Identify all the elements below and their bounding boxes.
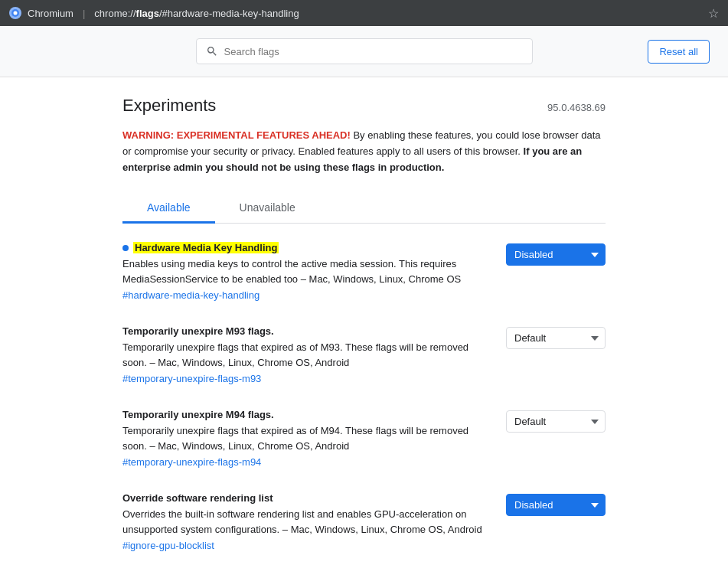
- warning-prefix: WARNING: EXPERIMENTAL FEATURES AHEAD!: [122, 129, 351, 141]
- flag-active-dot: [122, 245, 129, 251]
- flag-right-temporarily-unexpire-m94: DefaultEnabledDisabled: [506, 409, 606, 433]
- flag-right-hardware-media-key-handling: DefaultEnabledDisabled: [506, 242, 606, 266]
- reset-all-button[interactable]: Reset all: [648, 40, 710, 64]
- url-bar: chrome://flags/#hardware-media-key-handl…: [94, 8, 299, 19]
- flag-title-row-override-software-rendering-list: Override software rendering list: [122, 492, 488, 504]
- search-input[interactable]: [224, 46, 523, 57]
- main-content: Experiments 95.0.4638.69 WARNING: EXPERI…: [0, 77, 728, 565]
- tabs-container: Available Unavailable: [122, 194, 606, 224]
- flag-anchor-link[interactable]: #temporary-unexpire-flags-m94: [122, 456, 488, 468]
- search-icon: [206, 45, 218, 57]
- url-anchor: /#hardware-media-key-handling: [159, 8, 299, 19]
- flag-select-hardware-media-key-handling[interactable]: DefaultEnabledDisabled: [506, 243, 606, 266]
- flag-select-override-software-rendering-list[interactable]: DefaultEnabledDisabled: [506, 494, 606, 516]
- browser-title: Chromium: [28, 8, 73, 19]
- flag-select-temporarily-unexpire-m94[interactable]: DefaultEnabledDisabled: [506, 410, 606, 433]
- flag-description: Temporarily unexpire flags that expired …: [122, 423, 488, 453]
- flag-item-temporarily-unexpire-m93: Temporarily unexpire M93 flags.Temporari…: [122, 325, 606, 384]
- flag-title-row-hardware-media-key-handling: Hardware Media Key Handling: [122, 242, 488, 253]
- flag-left-hardware-media-key-handling: Hardware Media Key HandlingEnables using…: [122, 242, 488, 301]
- flag-title: Temporarily unexpire M94 flags.: [122, 409, 274, 420]
- flag-title-row-temporarily-unexpire-m94: Temporarily unexpire M94 flags.: [122, 409, 488, 420]
- bookmark-star-icon[interactable]: ☆: [708, 6, 719, 21]
- tab-unavailable[interactable]: Unavailable: [215, 194, 320, 224]
- flag-anchor-link[interactable]: #hardware-media-key-handling: [122, 289, 488, 301]
- url-flags: flags: [136, 8, 159, 19]
- flag-title: Hardware Media Key Handling: [133, 242, 279, 253]
- flag-anchor-link[interactable]: #ignore-gpu-blocklist: [122, 540, 488, 551]
- flag-select-temporarily-unexpire-m93[interactable]: DefaultEnabledDisabled: [506, 327, 606, 349]
- flag-right-temporarily-unexpire-m93: DefaultEnabledDisabled: [506, 325, 606, 349]
- flag-item-override-software-rendering-list: Override software rendering listOverride…: [122, 492, 606, 551]
- search-area: Reset all: [0, 26, 728, 77]
- flag-description: Enables using media keys to control the …: [122, 256, 488, 286]
- flag-description: Temporarily unexpire flags that expired …: [122, 340, 488, 370]
- url-prefix: chrome://: [94, 8, 135, 19]
- flag-right-override-software-rendering-list: DefaultEnabledDisabled: [506, 492, 606, 516]
- tab-available[interactable]: Available: [122, 194, 215, 224]
- flag-title-row-temporarily-unexpire-m93: Temporarily unexpire M93 flags.: [122, 325, 488, 337]
- flag-item-hardware-media-key-handling: Hardware Media Key HandlingEnables using…: [122, 242, 606, 301]
- search-input-wrap: [196, 38, 533, 64]
- title-separator: |: [83, 8, 85, 19]
- titlebar: Chromium | chrome://flags/#hardware-medi…: [0, 0, 728, 26]
- experiments-header: Experiments 95.0.4638.69: [122, 96, 606, 116]
- flag-description: Overrides the built-in software renderin…: [122, 507, 488, 537]
- flag-title: Temporarily unexpire M93 flags.: [122, 325, 274, 337]
- svg-point-1: [14, 11, 18, 15]
- version-number: 95.0.4638.69: [547, 102, 606, 113]
- flag-left-temporarily-unexpire-m94: Temporarily unexpire M94 flags.Temporari…: [122, 409, 488, 468]
- chromium-icon: [9, 7, 21, 19]
- page-title: Experiments: [122, 96, 216, 116]
- flag-title: Override software rendering list: [122, 492, 273, 504]
- flag-item-temporarily-unexpire-m94: Temporarily unexpire M94 flags.Temporari…: [122, 409, 606, 468]
- flag-left-override-software-rendering-list: Override software rendering listOverride…: [122, 492, 488, 551]
- flag-anchor-link[interactable]: #temporary-unexpire-flags-m93: [122, 373, 488, 384]
- flags-list: Hardware Media Key HandlingEnables using…: [122, 242, 606, 551]
- warning-box: WARNING: EXPERIMENTAL FEATURES AHEAD! By…: [122, 128, 606, 175]
- flag-left-temporarily-unexpire-m93: Temporarily unexpire M93 flags.Temporari…: [122, 325, 488, 384]
